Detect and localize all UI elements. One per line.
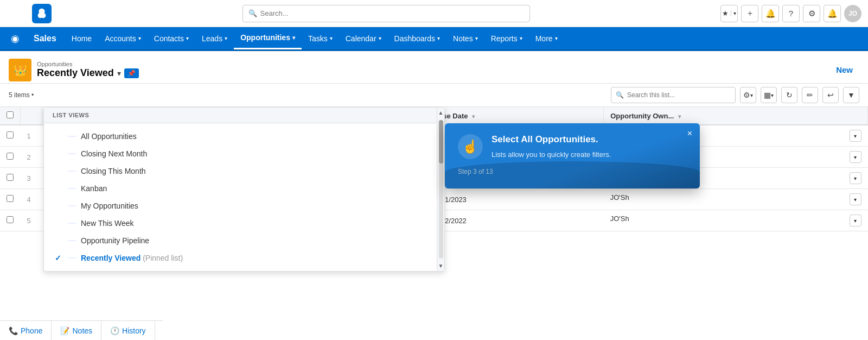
popover-text: Select All Opportunities. Lists allow yo… xyxy=(492,134,611,160)
list-view-item[interactable]: New This Week xyxy=(44,215,444,232)
favorites-button[interactable]: ★ ▾ xyxy=(720,5,738,22)
row-num: 1 xyxy=(21,125,42,147)
select-all-checkbox[interactable] xyxy=(7,111,14,118)
check-icon: ✓ xyxy=(55,254,63,262)
page-header-title-row: Recently Viewed ▾ 📌 xyxy=(37,67,139,79)
row-dropdown-arrow[interactable]: ▾ xyxy=(850,130,861,142)
list-view-item-label: New This Week xyxy=(81,219,134,228)
nav-label-more: More xyxy=(535,34,553,43)
chevron-down-icon: ▾ xyxy=(520,35,522,41)
row-checkbox-cell[interactable] xyxy=(0,189,21,210)
popover-close-button[interactable]: × xyxy=(687,129,692,138)
nav-label-opportunities: Opportunities xyxy=(240,33,290,42)
chevron-down-icon: ▾ xyxy=(475,35,478,41)
nav-item-reports[interactable]: Reports ▾ xyxy=(484,27,529,49)
top-bar-actions: ★ ▾ ＋ 🔔 ? ⚙ 🔔 JO xyxy=(720,5,861,22)
nav-app-name[interactable]: Sales xyxy=(25,27,65,49)
page-breadcrumb: Opportunities xyxy=(37,61,139,67)
toolbar: 5 items • 🔍 ⚙ ▾ ▦ ▾ ↻ ✏ ↩ ▼ xyxy=(0,84,868,107)
list-view-item[interactable]: All Opportunities xyxy=(44,128,444,145)
notes-tab-label: Notes xyxy=(72,326,92,335)
row-checkbox-cell[interactable] xyxy=(0,168,21,189)
popover-bg-decoration xyxy=(445,161,700,188)
close-date-col-header[interactable]: Close Date ▾ xyxy=(425,107,604,125)
row-checkbox-cell[interactable] xyxy=(0,125,21,147)
list-view-item-label: Closing Next Month xyxy=(81,149,147,158)
row-dropdown-arrow[interactable]: ▾ xyxy=(850,172,861,184)
row-close-date: 01/01/2023 xyxy=(425,189,604,210)
edit-icon: ✏ xyxy=(807,91,813,99)
list-view-scrollbar: ▲ ▼ xyxy=(437,108,444,271)
search-list-input[interactable] xyxy=(627,91,731,99)
list-view-item[interactable]: Opportunity Pipeline xyxy=(44,232,444,249)
row-owner: JO'Sh▾ xyxy=(604,189,868,210)
nav-item-contacts[interactable]: Contacts ▾ xyxy=(148,27,195,49)
row-checkbox[interactable] xyxy=(7,153,14,160)
nav-item-notes[interactable]: Notes ▾ xyxy=(446,27,484,49)
row-checkbox[interactable] xyxy=(7,216,14,223)
search-input[interactable] xyxy=(260,9,524,17)
list-view-item[interactable]: My Opportunities xyxy=(44,197,444,215)
edit-button[interactable]: ✏ xyxy=(802,87,818,103)
filter-button[interactable]: ▼ xyxy=(843,87,859,103)
list-view-item[interactable]: Closing Next Month xyxy=(44,145,444,162)
row-checkbox[interactable] xyxy=(7,195,14,202)
history-tab[interactable]: 🕐 History xyxy=(101,321,155,340)
settings-list-button[interactable]: ⚙ ▾ xyxy=(740,87,756,103)
nav-grid-button[interactable]: ◉ xyxy=(5,27,25,49)
row-num: 4 xyxy=(21,189,42,210)
nav-item-dashboards[interactable]: Dashboards ▾ xyxy=(388,27,447,49)
nav-item-more[interactable]: More ▾ xyxy=(529,27,564,49)
nav-label-leads: Leads xyxy=(202,34,222,43)
pointer-icon: ☝ xyxy=(462,139,478,154)
nav-item-calendar[interactable]: Calendar ▾ xyxy=(339,27,388,49)
nav-label-home: Home xyxy=(72,34,92,43)
opportunities-icon: 👑 xyxy=(9,59,31,81)
select-all-header[interactable] xyxy=(0,107,21,125)
nav-item-tasks[interactable]: Tasks ▾ xyxy=(302,27,339,49)
list-view-item[interactable]: Closing This Month xyxy=(44,162,444,180)
row-checkbox[interactable] xyxy=(7,174,14,181)
nav-item-leads[interactable]: Leads ▾ xyxy=(195,27,234,49)
undo-button[interactable]: ↩ xyxy=(822,87,839,103)
tutorial-popover: × ☝ Select All Opportunities. Lists allo… xyxy=(445,123,700,188)
add-button[interactable]: ＋ xyxy=(741,5,758,22)
gear-icon: ⚙ xyxy=(743,91,750,99)
settings-button[interactable]: ⚙ xyxy=(803,5,820,22)
help-button[interactable]: ? xyxy=(782,5,800,22)
refresh-button[interactable]: ↻ xyxy=(781,87,797,103)
display-toggle-button[interactable]: ▦ ▾ xyxy=(761,87,777,103)
notes-tab[interactable]: 📝 Notes xyxy=(52,321,101,340)
list-view-item[interactable]: ✓ Recently Viewed (Pinned list) xyxy=(44,249,444,267)
grid-menu-button[interactable]: ▣ xyxy=(7,8,27,20)
scrollbar-thumb[interactable] xyxy=(439,120,443,163)
pin-button[interactable]: 📌 xyxy=(124,68,139,78)
bell-button[interactable]: 🔔 xyxy=(824,5,841,22)
phone-tab[interactable]: 📞 Phone xyxy=(0,321,52,340)
row-checkbox-cell[interactable] xyxy=(0,210,21,231)
chevron-down-icon: ▾ xyxy=(330,35,333,41)
list-view-header: LIST VIEWS xyxy=(44,108,444,123)
row-dropdown-arrow[interactable]: ▾ xyxy=(850,151,861,163)
nav-item-opportunities[interactable]: Opportunities ▾ xyxy=(234,27,302,49)
owner-col-header[interactable]: Opportunity Own... ▾ xyxy=(604,107,868,125)
user-avatar[interactable]: JO xyxy=(844,5,861,22)
nav-item-accounts[interactable]: Accounts ▾ xyxy=(98,27,148,49)
global-search-bar[interactable]: 🔍 xyxy=(242,5,530,22)
row-dropdown-arrow[interactable]: ▾ xyxy=(850,215,861,226)
scroll-down-icon[interactable]: ▼ xyxy=(436,261,446,271)
refresh-icon: ↻ xyxy=(786,91,793,99)
row-checkbox[interactable] xyxy=(7,131,14,138)
page-header-left: 👑 Opportunities Recently Viewed ▾ 📌 xyxy=(9,59,139,81)
nav-item-home[interactable]: Home xyxy=(65,27,98,49)
search-list-bar[interactable]: 🔍 xyxy=(611,87,736,103)
scroll-up-icon[interactable]: ▲ xyxy=(436,108,446,118)
row-close-date: 29/12/2022 xyxy=(425,210,604,231)
list-view-item-label: Kanban xyxy=(81,184,107,193)
row-checkbox-cell[interactable] xyxy=(0,147,21,168)
new-button[interactable]: New xyxy=(829,61,859,79)
row-dropdown-arrow[interactable]: ▾ xyxy=(850,193,861,205)
list-view-item[interactable]: Kanban xyxy=(44,180,444,197)
notifications-button[interactable]: 🔔 xyxy=(762,5,779,22)
title-chevron-icon[interactable]: ▾ xyxy=(117,69,121,78)
